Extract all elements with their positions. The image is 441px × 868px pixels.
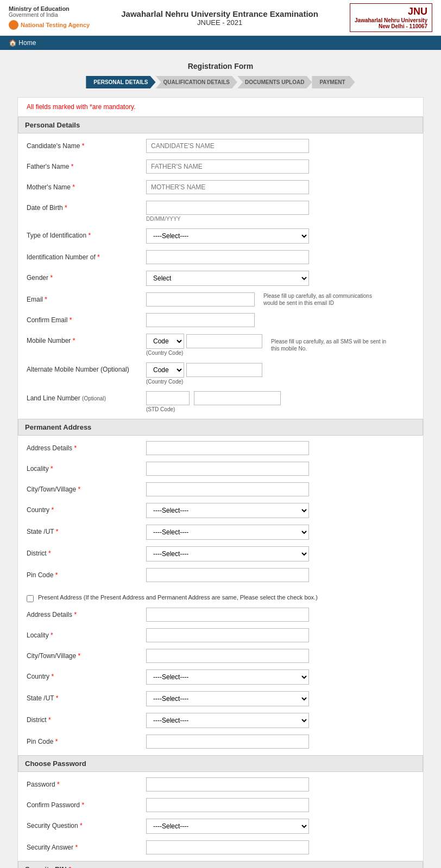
registration-form: All fields marked with *are mandatory. P…	[17, 97, 424, 868]
perm-country-select[interactable]: ----Select----	[146, 503, 309, 518]
perm-address-input[interactable]	[146, 441, 309, 455]
pres-country-select[interactable]: ----Select----	[146, 669, 309, 685]
id-number-controls	[146, 250, 414, 264]
email-controls: Please fill up carefully, as all communi…	[146, 292, 414, 307]
perm-city-row: City/Town/Village *	[27, 482, 414, 496]
pres-city-row: City/Town/Village *	[27, 649, 414, 663]
pres-state-row: State /UT * ----Select----	[27, 691, 414, 706]
exam-title: Jawaharlal Nehru University Entrance Exa…	[121, 9, 318, 18]
page-content: Registration Form PERSONAL DETAILS QUALI…	[9, 50, 432, 868]
personal-details-header: Personal Details	[18, 117, 423, 133]
confirm-password-row: Confirm Password *	[27, 798, 414, 812]
perm-state-row: State /UT * ----Select----	[27, 525, 414, 540]
landline-number-input[interactable]	[194, 391, 281, 405]
std-code-input[interactable]	[146, 391, 190, 405]
mother-name-input[interactable]	[146, 180, 309, 194]
security-question-select[interactable]: ----Select----	[146, 819, 309, 834]
left-logo: Ministry of Education Government of Indi…	[9, 5, 90, 30]
choose-password-body: Password * Confirm Password * Security Q…	[18, 777, 423, 854]
security-pin-header: Security PIN *	[18, 861, 423, 868]
nta-text: National Testing Agency	[21, 22, 90, 28]
header-center: Jawaharlal Nehru University Entrance Exa…	[121, 9, 318, 27]
pres-state-label: State /UT *	[27, 691, 146, 702]
same-address-checkbox-row: Present Address (If the Present Address …	[18, 589, 423, 608]
father-name-label: Father's Name *	[27, 159, 146, 170]
dob-label: Date of Birth *	[27, 201, 146, 212]
pres-locality-input[interactable]	[146, 628, 309, 642]
perm-state-select[interactable]: ----Select----	[146, 525, 309, 540]
confirm-password-input[interactable]	[146, 798, 309, 812]
candidate-name-input[interactable]	[146, 139, 309, 153]
alt-mobile-label: Alternate Mobile Number (Optional)	[27, 362, 146, 373]
pres-district-select[interactable]: ----Select----	[146, 713, 309, 728]
security-answer-input[interactable]	[146, 840, 309, 854]
step-documents-upload[interactable]: DOCUMENTS UPLOAD	[237, 76, 312, 88]
page-header: Ministry of Education Government of Indi…	[0, 0, 441, 36]
alt-mobile-row: Alternate Mobile Number (Optional) Code …	[27, 362, 414, 385]
mother-name-label: Mother's Name *	[27, 180, 146, 191]
home-icon: 🏠	[9, 39, 17, 47]
perm-locality-label: Locality *	[27, 462, 146, 473]
jnu-logo-box: JNU Jawaharlal Nehru University New Delh…	[350, 3, 432, 32]
same-address-checkbox[interactable]	[27, 595, 34, 602]
pres-address-input[interactable]	[146, 608, 309, 622]
mobile-row: Mobile Number * Code (Country Code)	[27, 334, 414, 356]
step-payment[interactable]: PAYMENT	[312, 76, 355, 88]
father-name-input[interactable]	[146, 159, 309, 174]
pres-pincode-input[interactable]	[146, 735, 309, 749]
gender-select[interactable]: Select	[146, 271, 309, 286]
navigation-bar: 🏠 Home	[0, 36, 441, 50]
perm-locality-input[interactable]	[146, 462, 309, 476]
mobile-country-code-select[interactable]: Code	[146, 334, 184, 349]
password-input[interactable]	[146, 777, 309, 792]
perm-city-input[interactable]	[146, 482, 309, 496]
perm-pincode-input[interactable]	[146, 568, 309, 582]
alt-mobile-number-input[interactable]	[186, 363, 262, 377]
pres-locality-row: Locality *	[27, 628, 414, 642]
confirm-email-row: Confirm Email *	[27, 313, 414, 327]
perm-city-label: City/Town/Village *	[27, 482, 146, 493]
perm-pincode-label: Pin Code *	[27, 568, 146, 579]
mobile-number-input[interactable]	[186, 334, 262, 348]
gender-controls: Select	[146, 271, 414, 286]
security-question-label: Security Question *	[27, 819, 146, 829]
perm-country-label: Country *	[27, 503, 146, 514]
alt-mobile-country-code-select[interactable]: Code	[146, 362, 184, 378]
home-link[interactable]: 🏠 Home	[9, 39, 36, 47]
jnu-logo-text: JNU Jawaharlal Nehru University New Delh…	[355, 6, 427, 29]
pres-country-label: Country *	[27, 669, 146, 680]
dob-controls: DD/MM/YYYY	[146, 201, 414, 222]
mobile-label: Mobile Number *	[27, 334, 146, 344]
dob-input[interactable]	[146, 201, 309, 215]
page-title: Registration Form	[17, 62, 424, 71]
perm-address-row: Address Details *	[27, 441, 414, 455]
id-type-select[interactable]: ----Select----	[146, 228, 309, 244]
perm-district-label: District *	[27, 546, 146, 557]
step-qualification-details[interactable]: QUALIFICATION DETAILS	[156, 76, 237, 88]
pres-city-input[interactable]	[146, 649, 309, 663]
pres-district-label: District *	[27, 713, 146, 724]
email-input[interactable]	[146, 292, 255, 307]
gov-text: Government of India	[9, 12, 58, 18]
email-label: Email *	[27, 292, 146, 303]
perm-locality-row: Locality *	[27, 462, 414, 476]
step-personal-details[interactable]: PERSONAL DETAILS	[86, 76, 155, 88]
perm-address-label: Address Details *	[27, 441, 146, 452]
gender-label: Gender *	[27, 271, 146, 282]
pres-state-select[interactable]: ----Select----	[146, 691, 309, 706]
pres-pincode-label: Pin Code *	[27, 735, 146, 745]
candidate-name-row: Candidate's Name *	[27, 139, 414, 153]
gender-row: Gender * Select	[27, 271, 414, 286]
personal-details-body: Candidate's Name * Father's Name * Mothe…	[18, 139, 423, 412]
id-number-input[interactable]	[146, 250, 309, 264]
right-logo: JNU Jawaharlal Nehru University New Delh…	[350, 3, 432, 32]
nta-logo: National Testing Agency	[9, 20, 90, 30]
perm-district-row: District * ----Select----	[27, 546, 414, 561]
confirm-email-input[interactable]	[146, 313, 255, 327]
father-name-row: Father's Name *	[27, 159, 414, 174]
candidate-name-label: Candidate's Name *	[27, 139, 146, 150]
permanent-address-body: Address Details * Locality * City/Town/V…	[18, 441, 423, 582]
progress-steps: PERSONAL DETAILS QUALIFICATION DETAILS D…	[17, 76, 424, 88]
confirm-email-label: Confirm Email *	[27, 313, 146, 324]
perm-district-select[interactable]: ----Select----	[146, 546, 309, 561]
